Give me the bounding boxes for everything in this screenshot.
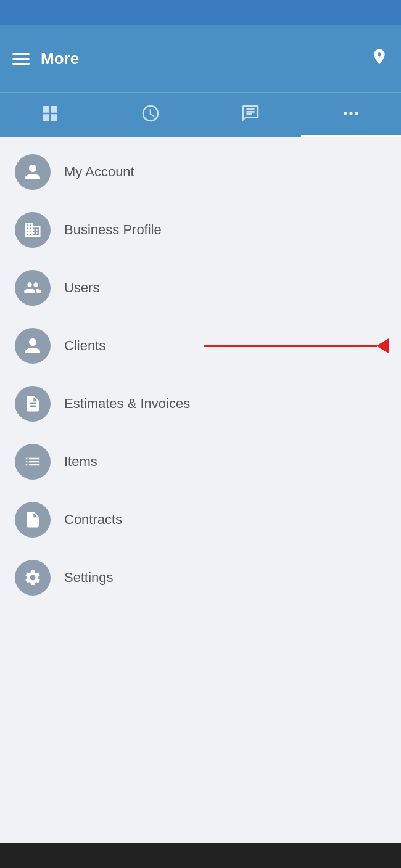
menu-item-clients[interactable]: Clients [0,317,401,375]
my-account-icon-circle [15,154,51,190]
menu-item-settings[interactable]: Settings [0,549,401,607]
svg-point-0 [344,112,347,115]
business-profile-label: Business Profile [64,222,162,238]
dashboard-icon [40,104,60,127]
svg-point-2 [355,112,358,115]
messages-icon [241,104,260,127]
my-account-label: My Account [64,164,134,180]
hamburger-icon[interactable] [12,53,30,65]
clients-label: Clients [64,338,105,354]
header-title: More [41,49,79,68]
tab-timer[interactable] [101,93,201,137]
menu-item-items[interactable]: Items [0,433,401,491]
items-icon-circle [15,444,51,480]
contracts-label: Contracts [64,512,122,528]
bottom-bar [0,843,401,868]
tab-dashboard[interactable] [0,93,101,137]
more-dots-icon [341,104,361,127]
items-label: Items [64,454,97,470]
settings-icon-circle [15,560,51,596]
menu-item-estimates-invoices[interactable]: Estimates & Invoices [0,375,401,433]
tab-more[interactable] [301,93,402,137]
clients-icon-circle [15,328,51,364]
svg-point-1 [349,112,352,115]
menu-item-users[interactable]: Users [0,259,401,317]
contracts-icon-circle [15,502,51,538]
users-label: Users [64,280,99,296]
menu-item-my-account[interactable]: My Account [0,143,401,201]
settings-label: Settings [64,570,114,586]
location-icon[interactable] [370,47,389,70]
clients-arrow-annotation [204,338,389,353]
menu-list: My Account Business Profile Users Client… [0,137,401,613]
estimates-invoices-icon-circle [15,386,51,422]
menu-item-contracts[interactable]: Contracts [0,491,401,549]
estimates-invoices-label: Estimates & Invoices [64,396,190,412]
timer-icon [141,104,160,127]
business-profile-icon-circle [15,212,51,248]
users-icon-circle [15,270,51,306]
status-bar [0,0,401,25]
tab-messages[interactable] [200,93,301,137]
header: More [0,25,401,92]
menu-item-business-profile[interactable]: Business Profile [0,201,401,259]
tab-bar [0,92,401,137]
